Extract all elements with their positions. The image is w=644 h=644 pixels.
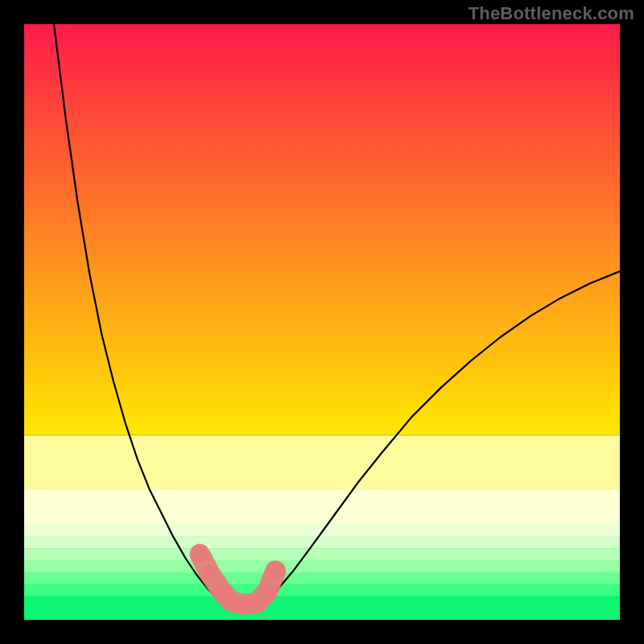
svg-rect-6 — [24, 560, 620, 572]
svg-rect-7 — [24, 572, 620, 584]
plot-area — [24, 24, 620, 620]
highlight-dots-point — [258, 583, 277, 601]
highlight-dots-point — [266, 562, 285, 580]
chart-frame: TheBottleneck.com — [0, 0, 644, 644]
svg-rect-8 — [24, 584, 620, 597]
highlight-dots-point — [191, 545, 208, 564]
svg-rect-9 — [24, 596, 620, 620]
svg-rect-4 — [24, 536, 620, 548]
highlight-dots-point — [201, 565, 220, 584]
chart-svg — [24, 24, 620, 620]
svg-rect-2 — [24, 489, 620, 525]
svg-rect-5 — [24, 548, 620, 560]
svg-rect-0 — [24, 24, 620, 436]
watermark-text: TheBottleneck.com — [469, 3, 634, 24]
svg-rect-1 — [24, 436, 620, 489]
